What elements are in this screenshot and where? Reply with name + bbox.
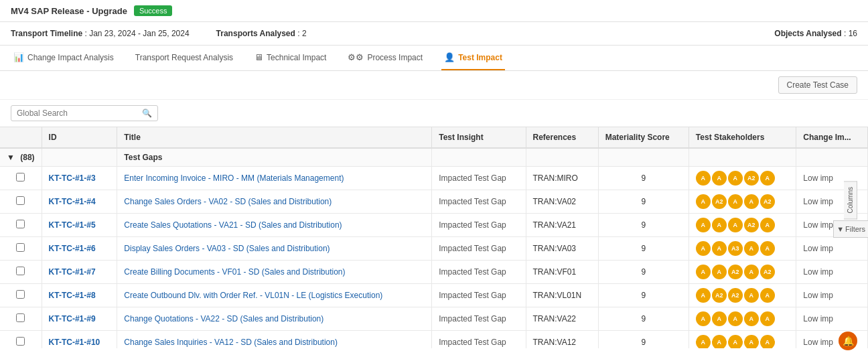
avatar: A — [728, 194, 743, 209]
search-icon: 🔍 — [142, 109, 152, 118]
row-insight: Impacted Test Gap — [432, 214, 526, 237]
tab-process-impact[interactable]: ⚙⚙ Process Impact — [345, 46, 425, 70]
row-id[interactable]: KT-TC-#1-#3 — [42, 167, 117, 190]
objects-analysed: Objects Analysed : 16 — [774, 29, 857, 38]
avatar: A — [696, 241, 711, 256]
col-test-insight: Test Insight — [432, 127, 526, 148]
columns-button[interactable]: Columns — [844, 181, 857, 219]
tab-change-impact[interactable]: 📊 Change Impact Analysis — [11, 46, 117, 70]
row-title[interactable]: Enter Incoming Invoice - MIRO - MM (Mate… — [117, 167, 432, 190]
row-checkbox[interactable] — [0, 307, 42, 331]
nav-tabs: 📊 Change Impact Analysis Transport Reque… — [0, 46, 868, 71]
row-stakeholders: AA2AAA2 — [689, 190, 796, 214]
avatar: A — [760, 311, 775, 326]
col-id: ID — [42, 127, 117, 148]
transports-analysed: Transports Analysed : 2 — [216, 29, 307, 38]
table-row: KT-TC-#1-#6Display Sales Orders - VA03 -… — [0, 237, 868, 261]
row-change-impact: Low imp — [796, 237, 868, 261]
create-test-case-button[interactable]: Create Test Case — [778, 76, 858, 94]
row-title[interactable]: Display Sales Orders - VA03 - SD (Sales … — [117, 237, 432, 261]
row-stakeholders: AAAA2A — [689, 214, 796, 237]
row-checkbox[interactable] — [0, 284, 42, 307]
avatar: A — [744, 194, 759, 209]
col-test-stakeholders: Test Stakeholders — [689, 127, 796, 148]
row-id[interactable]: KT-TC-#1-#8 — [42, 284, 117, 307]
avatar: A — [712, 171, 727, 186]
avatar: A2 — [728, 265, 743, 279]
row-checkbox[interactable] — [0, 331, 42, 349]
row-reference: TRAN:VL01N — [526, 284, 598, 307]
avatar: A2 — [760, 265, 775, 279]
search-input[interactable] — [17, 109, 142, 118]
filters-button[interactable]: ▼ Filters — [833, 220, 868, 238]
table-group-row: ▼ (88) Test Gaps — [0, 148, 868, 167]
avatar: A3 — [728, 241, 743, 256]
user-icon: 👤 — [444, 52, 455, 62]
monitor-icon: 🖥 — [255, 52, 263, 62]
row-score: 9 — [598, 237, 689, 261]
row-change-impact: Low imp — [796, 261, 868, 284]
avatar: A — [712, 265, 727, 279]
avatar: A — [760, 218, 775, 232]
row-score: 9 — [598, 214, 689, 237]
row-stakeholders: AAA3AA — [689, 237, 796, 261]
row-score: 9 — [598, 190, 689, 214]
row-reference: TRAN:VF01 — [526, 261, 598, 284]
row-stakeholders: AA2A2AA — [689, 284, 796, 307]
row-title[interactable]: Create Sales Quotations - VA21 - SD (Sal… — [117, 214, 432, 237]
avatar: A — [760, 288, 775, 303]
avatar: A — [760, 335, 775, 348]
table-container: ID Title Test Insight References Materia… — [0, 127, 868, 348]
page-title: MV4 SAP Release - Upgrade — [11, 6, 127, 16]
avatar: A — [744, 335, 759, 348]
row-stakeholders: AAAA2A — [689, 167, 796, 190]
col-checkbox — [0, 127, 42, 148]
row-id[interactable]: KT-TC-#1-#10 — [42, 331, 117, 349]
row-insight: Impacted Test Gap — [432, 331, 526, 349]
side-panel: Columns ▼ Filters — [833, 181, 868, 238]
avatar: A — [712, 241, 727, 256]
row-id[interactable]: KT-TC-#1-#6 — [42, 237, 117, 261]
toolbar-row: Create Test Case — [0, 71, 868, 100]
row-checkbox[interactable] — [0, 261, 42, 284]
table-row: KT-TC-#1-#4Change Sales Orders - VA02 - … — [0, 190, 868, 214]
row-score: 9 — [598, 284, 689, 307]
avatar: A — [728, 311, 743, 326]
avatar: A2 — [712, 288, 727, 303]
avatar: A2 — [744, 171, 759, 186]
row-checkbox[interactable] — [0, 190, 42, 214]
avatar: A — [696, 288, 711, 303]
group-name: Test Gaps — [117, 148, 432, 167]
row-insight: Impacted Test Gap — [432, 167, 526, 190]
avatar: A — [728, 335, 743, 348]
row-id[interactable]: KT-TC-#1-#4 — [42, 190, 117, 214]
tab-transport-request[interactable]: Transport Request Analysis — [133, 46, 236, 70]
row-title[interactable]: Change Sales Inquiries - VA12 - SD (Sale… — [117, 331, 432, 349]
avatar: A — [760, 241, 775, 256]
row-id[interactable]: KT-TC-#1-#7 — [42, 261, 117, 284]
table-row: KT-TC-#1-#5Create Sales Quotations - VA2… — [0, 214, 868, 237]
row-id[interactable]: KT-TC-#1-#9 — [42, 307, 117, 331]
notification-button[interactable]: 🔔 — [839, 332, 857, 348]
row-title[interactable]: Change Quotations - VA22 - SD (Sales and… — [117, 307, 432, 331]
row-title[interactable]: Create Billing Documents - VF01 - SD (Sa… — [117, 261, 432, 284]
row-insight: Impacted Test Gap — [432, 261, 526, 284]
row-reference: TRAN:VA03 — [526, 237, 598, 261]
avatar: A — [696, 171, 711, 186]
row-id[interactable]: KT-TC-#1-#5 — [42, 214, 117, 237]
tab-test-impact[interactable]: 👤 Test Impact — [441, 46, 505, 70]
table-row: KT-TC-#1-#10Change Sales Inquiries - VA1… — [0, 331, 868, 349]
row-title[interactable]: Create Outbound Dlv. with Order Ref. - V… — [117, 284, 432, 307]
row-title[interactable]: Change Sales Orders - VA02 - SD (Sales a… — [117, 190, 432, 214]
row-checkbox[interactable] — [0, 237, 42, 261]
search-input-wrap: 🔍 — [11, 105, 158, 121]
avatar: A — [696, 335, 711, 348]
transport-timeline: Transport Timeline : Jan 23, 2024 - Jan … — [11, 29, 190, 38]
table-header-row: ID Title Test Insight References Materia… — [0, 127, 868, 148]
avatar: A2 — [712, 194, 727, 209]
tab-technical-impact[interactable]: 🖥 Technical Impact — [252, 46, 329, 70]
group-expand[interactable]: ▼ (88) — [0, 148, 42, 167]
row-checkbox[interactable] — [0, 167, 42, 190]
avatar: A — [744, 288, 759, 303]
row-checkbox[interactable] — [0, 214, 42, 237]
